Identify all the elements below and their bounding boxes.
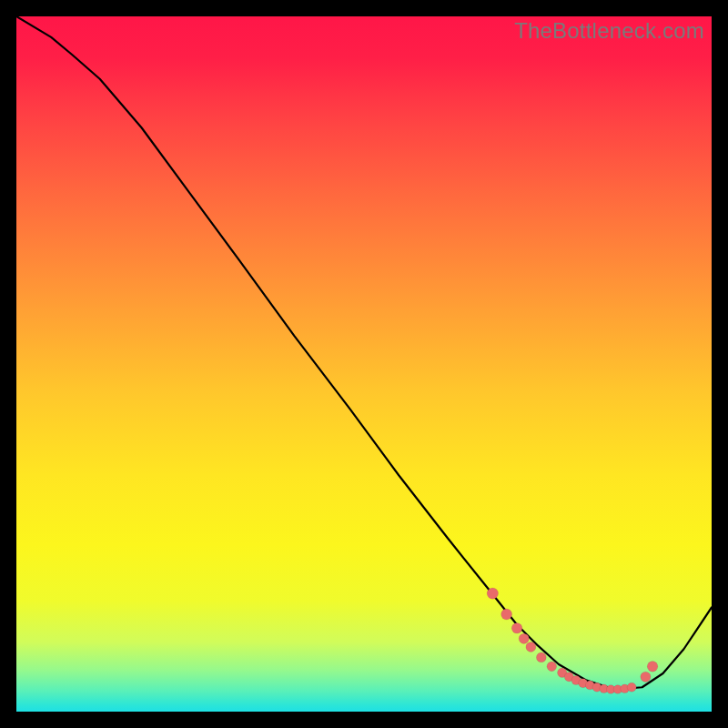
scatter-point — [647, 662, 658, 672]
curve-line — [16, 16, 712, 690]
scatter-point — [547, 662, 557, 672]
scatter-point — [519, 633, 529, 643]
scatter-point — [536, 652, 546, 662]
scatter-point — [641, 672, 651, 682]
chart-frame: TheBottleneck.com — [16, 16, 712, 712]
scatter-point — [511, 623, 522, 634]
scatter-point — [501, 609, 512, 620]
scatter-points — [487, 588, 658, 693]
scatter-point — [526, 642, 536, 652]
chart-svg — [16, 16, 712, 712]
scatter-point — [627, 682, 636, 692]
watermark-text: TheBottleneck.com — [514, 18, 704, 44]
scatter-point — [487, 588, 498, 599]
